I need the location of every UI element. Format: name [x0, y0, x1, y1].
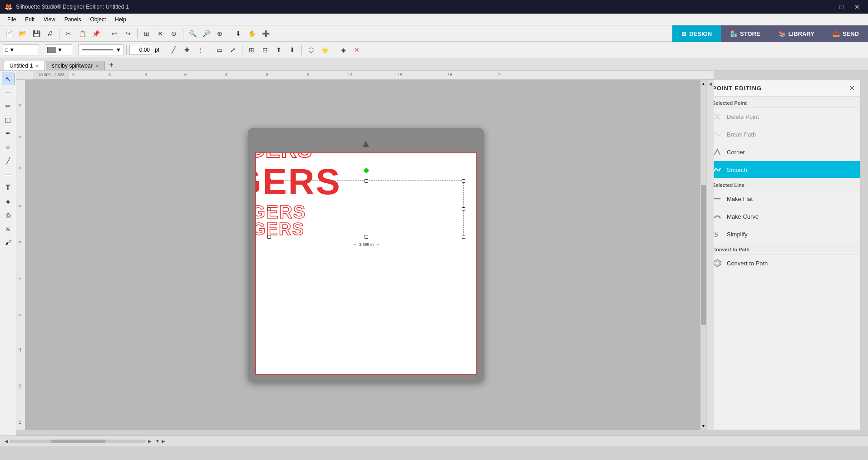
back-btn[interactable]: ⬇	[286, 44, 299, 56]
select-rect-btn[interactable]: ▭	[213, 44, 226, 56]
make-curve-item[interactable]: Make Curve	[707, 208, 860, 225]
line-tool[interactable]: —	[2, 168, 15, 181]
trace-tool[interactable]: ◎	[2, 209, 15, 221]
ruler-vertical: -9 -6 -3 0 3 6 9 12 15 18	[16, 80, 25, 430]
move-down-btn[interactable]: ⬇	[232, 27, 245, 40]
collapse-top-btn[interactable]: ◀	[709, 82, 712, 86]
group-btn[interactable]: ⊞	[245, 44, 258, 56]
smooth-item[interactable]: Smooth	[707, 161, 860, 179]
node-tool[interactable]: ⊹	[2, 86, 15, 99]
zoom-out-btn[interactable]: 🔎	[200, 27, 212, 40]
copy-btn[interactable]: 📋	[76, 27, 89, 40]
select-tool[interactable]: ↖	[2, 73, 15, 85]
handle-tr[interactable]	[462, 179, 465, 183]
page-right-btn[interactable]: ▶	[162, 439, 165, 444]
add-page-btn[interactable]: ➕	[259, 27, 272, 40]
pen-tool[interactable]: ✒	[2, 127, 15, 140]
group-select-btn[interactable]: ⊙	[168, 27, 180, 40]
pan-btn[interactable]: ✋	[246, 27, 258, 40]
tab-design-label: DESIGN	[689, 30, 712, 37]
scroll-down-btn[interactable]: ▼	[700, 423, 706, 429]
tab-untitled1[interactable]: Untitled-1 ✕	[4, 61, 45, 70]
tab-library[interactable]: 📚 LIBRARY	[769, 25, 824, 42]
menu-file[interactable]: File	[4, 15, 20, 24]
text-tool[interactable]: T	[2, 181, 15, 194]
menu-edit[interactable]: Edit	[21, 15, 38, 24]
delete-point-item[interactable]: Delete Point	[707, 108, 860, 126]
minimize-btn[interactable]: ─	[821, 3, 833, 10]
tab-store-label: STORE	[740, 30, 760, 37]
corner-item[interactable]: Corner	[707, 143, 860, 161]
tab-send[interactable]: 📤 SEND	[824, 25, 868, 42]
scroll-up-btn[interactable]: ▲	[700, 81, 706, 87]
tab-add-btn[interactable]: +	[106, 59, 117, 70]
app-icon: 🦊	[5, 3, 12, 10]
scroll-right-btn[interactable]: ▶	[148, 439, 152, 444]
eraser-tool[interactable]: ◫	[2, 113, 15, 126]
menu-object[interactable]: Object	[87, 15, 110, 24]
split-path-btn[interactable]: ⋮	[194, 44, 207, 56]
open-btn[interactable]: 📂	[16, 27, 29, 40]
menu-panels[interactable]: Panels	[61, 15, 85, 24]
white-canvas[interactable]: 1.078 in ↕ ← 3.895 in → TIGERS TIGERS	[255, 152, 477, 375]
undo-btn[interactable]: ↩	[108, 27, 121, 40]
select-all-btn[interactable]: ⊞	[140, 27, 153, 40]
maximize-btn[interactable]: □	[836, 3, 847, 10]
paste-btn[interactable]: 📌	[89, 27, 102, 40]
scrollbar-vertical[interactable]: ▲ ▼	[700, 80, 706, 430]
ungroup-btn[interactable]: ⊟	[259, 44, 271, 56]
tab-shelby[interactable]: shelby spiritwear ✕	[46, 61, 104, 70]
cut-btn[interactable]: ✂	[62, 27, 75, 40]
tab-untitled1-close[interactable]: ✕	[35, 64, 39, 69]
tab-design[interactable]: ⊞ DESIGN	[672, 25, 721, 42]
zoom-fit-btn[interactable]: ⊕	[213, 27, 226, 40]
color-dropdown[interactable]: ▼	[45, 44, 72, 55]
panel-close-btn[interactable]: ✕	[849, 84, 855, 93]
shape-dropdown[interactable]: □ ▼	[3, 44, 39, 55]
convert-to-path-item[interactable]: Convert to Path	[707, 254, 860, 272]
merge-btn[interactable]: ⬡	[305, 44, 317, 56]
handle-br[interactable]	[462, 235, 465, 239]
main-layout: ↖ ⊹ ✏ ◫ ✒ ○ ╱ — T ◈ ◎ ⚔ 🖌 -10.305, -2.62…	[0, 71, 868, 436]
sep-t2-6	[242, 45, 242, 55]
tab-store[interactable]: 🏪 STORE	[721, 25, 769, 42]
special-btn[interactable]: ⭐	[318, 44, 331, 56]
sep-t2-1	[42, 45, 42, 55]
knife-tool[interactable]: ⚔	[2, 222, 15, 235]
print-btn[interactable]: 🖨	[44, 27, 56, 40]
menu-view[interactable]: View	[40, 15, 59, 24]
page-down-btn[interactable]: ▼	[155, 439, 160, 444]
deselect-btn[interactable]: ✕	[154, 27, 167, 40]
save-btn[interactable]: 💾	[30, 27, 43, 40]
transform-btn[interactable]: ⤢	[227, 44, 239, 56]
svg-text:18: 18	[448, 73, 452, 77]
front-btn[interactable]: ⬆	[272, 44, 285, 56]
menu-help[interactable]: Help	[111, 15, 130, 24]
delete-btn[interactable]: ✕	[350, 44, 363, 56]
svg-text:-3: -3	[143, 73, 147, 77]
pencil-tool[interactable]: ╱	[2, 154, 15, 167]
redo-btn[interactable]: ↪	[122, 27, 134, 40]
3d-btn[interactable]: ◈	[337, 44, 350, 56]
draw-line-btn[interactable]: ╱	[167, 44, 180, 56]
convert-to-path-icon	[712, 258, 722, 268]
zoom-in-btn[interactable]: 🔍	[186, 27, 199, 40]
close-btn[interactable]: ✕	[851, 3, 863, 10]
ellipse-tool[interactable]: ○	[2, 141, 15, 153]
scroll-left-btn[interactable]: ◀	[5, 439, 8, 444]
paint-tool[interactable]: 🖌	[2, 236, 15, 249]
svg-text:-6: -6	[107, 73, 111, 77]
line-style-dropdown[interactable]: ▼	[78, 44, 123, 55]
add-point-btn[interactable]: ✚	[181, 44, 193, 56]
simplify-item[interactable]: S Simplify	[707, 225, 860, 243]
panel-title: POINT EDITING	[712, 85, 762, 92]
canvas-area[interactable]: ▲ 1.078 in ↕	[25, 80, 706, 430]
handle-mr[interactable]	[462, 207, 465, 211]
break-path-item[interactable]: Break Path	[707, 126, 860, 143]
node-edit-tool[interactable]: ◈	[2, 195, 15, 208]
new-btn[interactable]: 📄	[3, 27, 15, 40]
sketch-tool[interactable]: ✏	[2, 100, 15, 113]
line-width-input[interactable]	[129, 45, 152, 55]
make-flat-item[interactable]: Make Flat	[707, 190, 860, 208]
tab-shelby-close[interactable]: ✕	[95, 64, 99, 69]
